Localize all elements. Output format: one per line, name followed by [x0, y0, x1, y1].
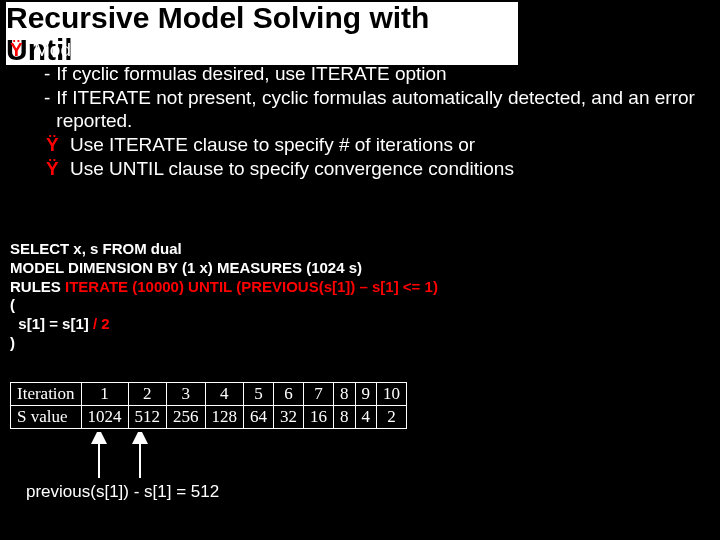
table-cell: S value: [11, 406, 82, 429]
code-line-3a: RULES: [10, 278, 65, 295]
table-cell: 8: [334, 383, 356, 406]
table-cell: 256: [167, 406, 206, 429]
table-cell: 64: [244, 406, 274, 429]
bullet-iterate: Ÿ Use ITERATE clause to specify # of ite…: [10, 133, 712, 157]
table-cell: 10: [377, 383, 407, 406]
table-cell: 16: [304, 406, 334, 429]
table-cell: 1024: [81, 406, 128, 429]
code-highlight-iterate: ITERATE (10000) UNTIL (PREVIOUS(s[1]) – …: [65, 278, 438, 295]
slide: Recursive Model Solving with Until Ÿ Mod…: [0, 0, 720, 540]
dash-icon: -: [44, 86, 50, 134]
iteration-table-wrap: Iteration 1 2 3 4 5 6 7 8 9 10 S value 1…: [10, 382, 407, 429]
bullet-icon: Ÿ: [46, 157, 62, 181]
code-line-5a: s[1] = s[1]: [10, 315, 93, 332]
sub-item-1: - If cyclic formulas desired, use ITERAT…: [44, 62, 712, 86]
table-cell: 1: [81, 383, 128, 406]
bullet-until-text: Use UNTIL clause to specify convergence …: [70, 157, 514, 181]
sub-item-2-text: If ITERATE not present, cyclic formulas …: [56, 86, 712, 134]
title-line-1: Recursive Model Solving with: [6, 2, 518, 34]
bullet-until: Ÿ Use UNTIL clause to specify convergenc…: [10, 157, 712, 181]
table-cell: 9: [355, 383, 377, 406]
code-line-2: MODEL DIMENSION BY (1 x) MEASURES (1024 …: [10, 259, 712, 278]
code-line-6: ): [10, 334, 712, 353]
table-cell: 32: [274, 406, 304, 429]
sub-item-2: - If ITERATE not present, cyclic formula…: [44, 86, 712, 134]
code-line-1: SELECT x, s FROM dual: [10, 240, 712, 259]
table-cell: 3: [167, 383, 206, 406]
bullet-iterate-text: Use ITERATE clause to specify # of itera…: [70, 133, 475, 157]
table-cell: 512: [128, 406, 167, 429]
bullet-icon: Ÿ: [10, 38, 26, 62]
table-cell: 2: [128, 383, 167, 406]
code-line-5: s[1] = s[1] / 2: [10, 315, 712, 334]
table-row: S value 1024 512 256 128 64 32 16 8 4 2: [11, 406, 407, 429]
code-line-4: (: [10, 296, 712, 315]
bullet-top: Ÿ Model can contain cyclic (recursive) f…: [10, 38, 712, 62]
table-cell: 8: [334, 406, 356, 429]
sub-item-1-text: If cyclic formulas desired, use ITERATE …: [56, 62, 446, 86]
table-cell: Iteration: [11, 383, 82, 406]
bullet-icon: Ÿ: [46, 133, 62, 157]
dash-icon: -: [44, 62, 50, 86]
table-cell: 2: [377, 406, 407, 429]
iteration-table: Iteration 1 2 3 4 5 6 7 8 9 10 S value 1…: [10, 382, 407, 429]
table-cell: 4: [355, 406, 377, 429]
code-block: SELECT x, s FROM dual MODEL DIMENSION BY…: [10, 240, 712, 353]
table-cell: 5: [244, 383, 274, 406]
bullet-top-text: Model can contain cyclic (recursive) for…: [34, 38, 418, 62]
table-cell: 6: [274, 383, 304, 406]
footnote: previous(s[1]) - s[1] = 512: [26, 482, 219, 502]
table-row: Iteration 1 2 3 4 5 6 7 8 9 10: [11, 383, 407, 406]
slide-body: Ÿ Model can contain cyclic (recursive) f…: [10, 38, 712, 181]
table-cell: 4: [205, 383, 244, 406]
code-highlight-div2: / 2: [93, 315, 110, 332]
code-line-3: RULES ITERATE (10000) UNTIL (PREVIOUS(s[…: [10, 278, 712, 297]
table-cell: 128: [205, 406, 244, 429]
table-cell: 7: [304, 383, 334, 406]
